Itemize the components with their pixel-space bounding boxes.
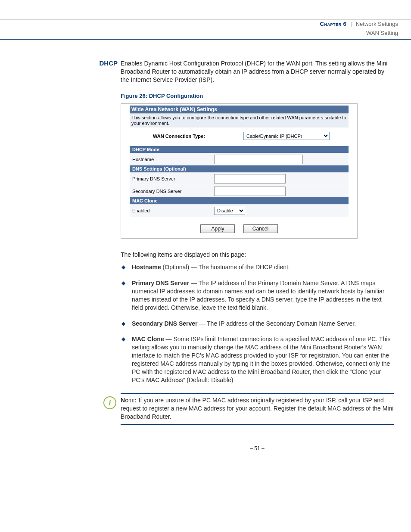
page-number: – 51 – [121, 445, 394, 451]
mac-clone-head: MAC Clone [130, 197, 349, 204]
apply-button[interactable]: Apply [200, 224, 235, 233]
figure-dhcp-config: Wide Area Network (WAN) Settings This se… [121, 103, 358, 239]
page-header-line2: WAN Setting [0, 28, 411, 39]
hostname-label: Hostname [130, 157, 214, 162]
items-list: Hostname (Optional) — The hostname of th… [121, 263, 394, 384]
wan-conn-type-select[interactable]: Cable/Dynamic IP (DHCP) [243, 132, 330, 140]
item-rest: (Optional) — The hostname of the DHCP cl… [161, 264, 290, 271]
mac-enabled-label: Enabled [130, 208, 214, 213]
item-rest: — Some ISPs limit Internet connections t… [132, 336, 390, 383]
list-item: Hostname (Optional) — The hostname of th… [129, 263, 394, 271]
primary-dns-label: Primary DNS Server [130, 176, 214, 181]
hostname-input[interactable] [214, 155, 303, 164]
header-title: Network Settings [356, 21, 398, 27]
header-sep: | [351, 21, 352, 27]
list-item: Secondary DNS Server — The IP address of… [129, 320, 394, 328]
note-text: If you are unsure of the PC MAC address … [121, 397, 393, 420]
items-lead: The following items are displayed on thi… [121, 251, 394, 259]
secondary-dns-input[interactable] [214, 187, 286, 196]
item-term: Primary DNS Server [132, 280, 189, 286]
figure-description: This section allows you to configure the… [130, 113, 349, 128]
item-term: Secondary DNS Server [132, 320, 198, 327]
primary-dns-input[interactable] [214, 174, 286, 184]
figure-caption: Figure 26: DHCP Configuration [121, 93, 394, 99]
info-icon: i [103, 396, 116, 409]
wan-conn-type-label: WAN Connection Type: [149, 134, 243, 139]
dhcp-mode-head: DHCP Mode [130, 146, 349, 153]
list-item: Primary DNS Server — The IP address of t… [129, 279, 394, 312]
item-term: MAC Clone [132, 336, 164, 342]
item-rest: — The IP address of the Secondary Domain… [198, 320, 356, 327]
item-term: Hostname [132, 264, 161, 271]
figure-title-bar: Wide Area Network (WAN) Settings [130, 106, 349, 113]
note-label: Note: [121, 397, 137, 404]
chapter-label: Chapter 6 [320, 21, 347, 27]
page-header-line1: Chapter 6 | Network Settings [0, 19, 411, 28]
dns-settings-head: DNS Settings (Optional) [130, 165, 349, 172]
mac-enabled-select[interactable]: Disable [214, 207, 245, 215]
secondary-dns-label: Secondary DNS Server [130, 189, 214, 194]
section-label: DHCP [90, 59, 118, 67]
cancel-button[interactable]: Cancel [243, 224, 278, 233]
section-intro: Enables Dynamic Host Configuration Proto… [121, 59, 394, 84]
note-block: i Note: If you are unsure of the PC MAC … [121, 393, 394, 425]
list-item: MAC Clone — Some ISPs limit Internet con… [129, 335, 394, 384]
